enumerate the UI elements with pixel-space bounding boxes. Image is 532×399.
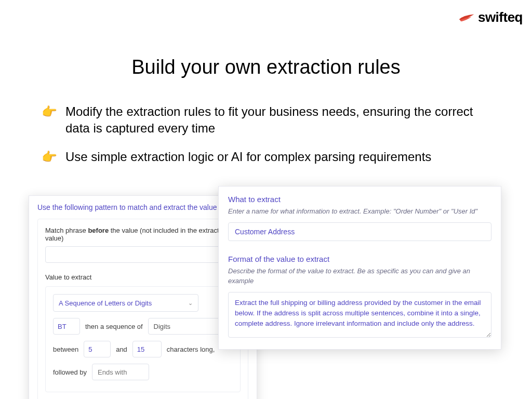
brand-logo: swifteq — [458, 9, 523, 25]
card-heading: Use the following pattern to match and e… — [37, 203, 248, 211]
what-to-extract-subtext: Enter a name for what information to ext… — [228, 207, 491, 216]
what-to-extract-heading: What to extract — [228, 195, 491, 204]
feature-bullets: 👉 Modify the extraction rules to fit you… — [42, 103, 490, 165]
chevron-down-icon: ⌄ — [188, 300, 193, 307]
logo-text: swifteq — [478, 9, 523, 25]
bullet-item: 👉 Modify the extraction rules to fit you… — [42, 103, 490, 137]
extraction-name-input[interactable] — [228, 222, 491, 241]
between-label: between — [53, 345, 78, 353]
bullet-text: Use simple extraction logic or AI for co… — [65, 149, 431, 165]
value-pattern-group: A Sequence of Letters or Digits ⌄ then a… — [45, 286, 241, 392]
max-length-input[interactable] — [132, 341, 162, 357]
pointing-hand-icon: 👉 — [42, 149, 57, 165]
then-sequence-label: then a sequence of — [85, 323, 143, 330]
min-length-input[interactable] — [84, 341, 111, 357]
logo-swoosh-icon — [458, 12, 475, 23]
format-subtext: Describe the format of the value to extr… — [228, 267, 491, 285]
select-value: A Sequence of Letters or Digits — [59, 299, 152, 307]
prefix-input[interactable] — [53, 318, 80, 335]
bullet-item: 👉 Use simple extraction logic or AI for … — [42, 149, 490, 165]
page-title: Build your own extraction rules — [0, 56, 532, 78]
value-to-extract-label: Value to extract — [45, 273, 241, 281]
sequence-type-select[interactable]: A Sequence of Letters or Digits ⌄ — [53, 294, 198, 312]
pointing-hand-icon: 👉 — [42, 103, 57, 119]
characters-long-label: characters long, — [167, 345, 215, 353]
match-phrase-input[interactable] — [45, 246, 241, 263]
match-phrase-label: Match phrase before the value (not inclu… — [45, 227, 241, 242]
followed-by-label: followed by — [53, 368, 87, 376]
format-description-textarea[interactable] — [228, 292, 491, 338]
bullet-text: Modify the extraction rules to fit your … — [65, 103, 490, 137]
and-label: and — [116, 345, 127, 353]
format-heading: Format of the value to extract — [228, 255, 491, 263]
ai-extraction-card: What to extract Enter a name for what in… — [218, 186, 501, 350]
ends-with-input[interactable] — [92, 364, 149, 380]
